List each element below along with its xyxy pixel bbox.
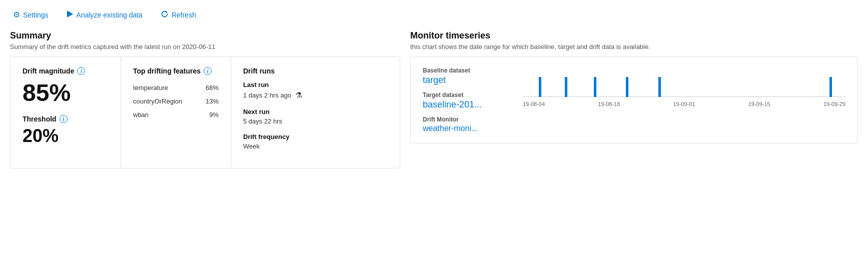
chart-bar [539, 77, 541, 97]
timeseries-layout: Baseline dataset target Target dataset b… [423, 67, 845, 133]
play-icon [67, 10, 74, 19]
target-dataset-value[interactable]: baseline-201... [423, 100, 513, 110]
top-drifting-info-icon[interactable]: i [204, 67, 212, 75]
summary-title: Summary [10, 30, 400, 41]
top-drifting-features-label: Top drifting features i [133, 67, 219, 75]
chart-bar [594, 77, 596, 97]
top-drifting-features-card: Top drifting features i temperature68%co… [121, 57, 231, 168]
timeseries-labels: Baseline dataset target Target dataset b… [423, 67, 513, 133]
feature-row: wban9% [133, 108, 219, 122]
threshold-info-icon[interactable]: i [60, 115, 68, 123]
drift-magnitude-card: Drift magnitude i 85% Threshold i 20% [11, 57, 121, 168]
next-run-value: 5 days 22 hrs [243, 118, 339, 125]
feature-pct: 13% [206, 98, 219, 105]
timeseries-card: Baseline dataset target Target dataset b… [410, 56, 858, 144]
drift-monitor-label: Drift Monitor [423, 116, 513, 123]
chart-container: 19-08-0419-08-1819-09-0119-09-1519-09-29 [523, 67, 845, 107]
threshold-value: 20% [23, 127, 109, 145]
last-run-value: 1 days 2 hrs ago ⚗ [243, 90, 339, 100]
baseline-dataset-value[interactable]: target [423, 75, 513, 86]
refresh-icon [161, 10, 169, 20]
timeseries-chart: 19-08-0419-08-1819-09-0119-09-1519-09-29 [523, 67, 845, 107]
feature-row: temperature68% [133, 81, 219, 94]
summary-section: Summary Summary of the drift metrics cap… [10, 30, 400, 168]
settings-label: Settings [23, 11, 49, 19]
analyze-button[interactable]: Analyze existing data [64, 8, 146, 21]
features-list: temperature68%countryOrRegion13%wban9% [133, 81, 219, 122]
settings-icon: ⚙ [13, 10, 20, 20]
drift-magnitude-label: Drift magnitude i [23, 67, 109, 75]
feature-name: temperature [133, 84, 168, 92]
last-run-label: Last run [243, 81, 339, 88]
x-axis-label: 19-08-18 [598, 101, 620, 107]
main-content: Summary Summary of the drift metrics cap… [10, 30, 858, 168]
threshold-label: Threshold i [23, 115, 109, 123]
x-label-row: 19-08-0419-08-1819-09-0119-09-1519-09-29 [523, 101, 845, 107]
feature-row: countryOrRegion13% [133, 94, 219, 108]
drift-monitor-value[interactable]: weather-moni... [423, 124, 513, 133]
chart-bar [626, 77, 628, 97]
x-axis-label: 19-09-01 [673, 101, 695, 107]
drift-frequency-label: Drift frequency [243, 133, 339, 140]
feature-name: wban [133, 111, 149, 118]
timeseries-section: Monitor timeseries this chart shows the … [410, 30, 858, 168]
chart-bar [658, 77, 661, 97]
x-axis-label: 19-09-29 [823, 101, 845, 107]
feature-pct: 9% [209, 111, 219, 118]
drift-frequency-value: Week [243, 142, 339, 150]
refresh-button[interactable]: Refresh [158, 8, 199, 22]
summary-cards: Drift magnitude i 85% Threshold i 20% To… [10, 56, 400, 168]
chart-bar [829, 77, 832, 97]
feature-pct: 68% [206, 84, 219, 92]
x-axis-label: 19-09-15 [748, 101, 770, 107]
timeseries-title: Monitor timeseries [410, 30, 858, 41]
toolbar: ⚙ Settings Analyze existing data Refresh [10, 8, 858, 22]
drift-runs-label: Drift runs [243, 67, 339, 75]
next-run-section: Next run 5 days 22 hrs [243, 108, 339, 125]
x-axis-label: 19-08-04 [523, 101, 545, 107]
drift-runs-card: Drift runs Last run 1 days 2 hrs ago ⚗ N… [231, 57, 351, 168]
x-axis-line [523, 96, 845, 97]
drift-magnitude-info-icon[interactable]: i [77, 67, 85, 75]
baseline-dataset-label: Baseline dataset [423, 67, 513, 74]
drift-frequency-section: Drift frequency Week [243, 133, 339, 150]
target-dataset-label: Target dataset [423, 92, 513, 98]
next-run-label: Next run [243, 108, 339, 116]
analyze-label: Analyze existing data [77, 11, 143, 19]
refresh-label: Refresh [172, 11, 196, 19]
chart-bar [565, 77, 567, 97]
timeseries-subtitle: this chart shows the date range for whic… [410, 43, 858, 50]
feature-name: countryOrRegion [133, 98, 182, 105]
last-run-section: Last run 1 days 2 hrs ago ⚗ [243, 81, 339, 100]
drift-magnitude-value: 85% [23, 81, 109, 105]
settings-button[interactable]: ⚙ Settings [10, 8, 52, 22]
flask-icon: ⚗ [295, 90, 302, 100]
svg-marker-0 [67, 10, 73, 18]
summary-subtitle: Summary of the drift metrics captured wi… [10, 43, 400, 50]
